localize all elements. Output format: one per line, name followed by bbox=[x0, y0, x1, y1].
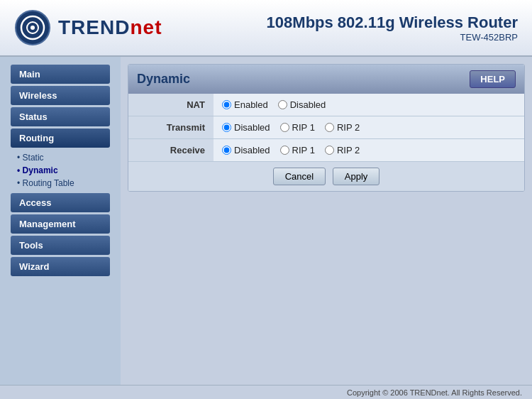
transmit-rip2-label[interactable]: RIP 2 bbox=[325, 122, 360, 133]
transmit-label: Transmit bbox=[128, 116, 214, 139]
buttons-cell: Cancel Apply bbox=[128, 162, 524, 192]
content-header: Dynamic HELP bbox=[128, 65, 524, 94]
transmit-rip1-label[interactable]: RIP 1 bbox=[280, 122, 315, 133]
receive-disabled-radio[interactable] bbox=[222, 146, 231, 155]
sidebar-section-routing: Routing Static Dynamic Routing Table bbox=[0, 129, 121, 191]
product-model: TEW-452BRP bbox=[267, 32, 518, 43]
logo-trend: TREND bbox=[58, 16, 130, 38]
transmit-disabled-label[interactable]: Disabled bbox=[222, 122, 270, 133]
help-button[interactable]: HELP bbox=[470, 70, 516, 88]
receive-rip1-radio[interactable] bbox=[280, 146, 289, 155]
transmit-rip1-radio[interactable] bbox=[280, 123, 289, 132]
transmit-disabled-text: Disabled bbox=[234, 122, 270, 133]
footer: Copyright © 2006 TRENDnet. All Rights Re… bbox=[0, 385, 532, 399]
nat-value-cell: Enabled Disabled bbox=[214, 94, 524, 116]
product-title: 108Mbps 802.11g Wireless Router bbox=[267, 13, 518, 32]
transmit-rip2-text: RIP 2 bbox=[337, 122, 360, 133]
buttons-row: Cancel Apply bbox=[128, 162, 524, 192]
routing-sub-menu: Static Dynamic Routing Table bbox=[0, 150, 121, 191]
receive-rip1-label[interactable]: RIP 1 bbox=[280, 145, 315, 155]
trendnet-logo-icon bbox=[14, 9, 51, 46]
nat-enabled-radio[interactable] bbox=[222, 100, 231, 109]
receive-value-cell: Disabled RIP 1 RIP 2 bbox=[214, 139, 524, 162]
sidebar-item-wireless[interactable]: Wireless bbox=[11, 86, 110, 105]
sidebar-item-status[interactable]: Status bbox=[11, 107, 110, 126]
receive-row: Receive Disabled RIP 1 bbox=[128, 139, 524, 162]
receive-disabled-label[interactable]: Disabled bbox=[222, 145, 270, 155]
transmit-disabled-radio[interactable] bbox=[222, 123, 231, 132]
sidebar-item-dynamic[interactable]: Dynamic bbox=[14, 164, 121, 177]
sidebar: Main Wireless Status Routing Static Dyna… bbox=[0, 57, 121, 385]
transmit-value-cell: Disabled RIP 1 RIP 2 bbox=[214, 116, 524, 139]
nat-radio-group: Enabled Disabled bbox=[222, 99, 516, 110]
receive-radio-group: Disabled RIP 1 RIP 2 bbox=[222, 145, 516, 155]
transmit-rip1-text: RIP 1 bbox=[292, 122, 315, 133]
sidebar-item-management[interactable]: Management bbox=[11, 214, 110, 234]
sidebar-item-main[interactable]: Main bbox=[11, 65, 110, 84]
transmit-row: Transmit Disabled RIP 1 bbox=[128, 116, 524, 139]
content-title: Dynamic bbox=[137, 72, 190, 87]
nat-enabled-text: Enabled bbox=[234, 99, 268, 110]
product-info: 108Mbps 802.11g Wireless Router TEW-452B… bbox=[267, 13, 518, 43]
receive-rip2-radio[interactable] bbox=[325, 146, 334, 155]
transmit-rip2-radio[interactable] bbox=[325, 123, 334, 132]
form-table: NAT Enabled Disabled bbox=[128, 94, 524, 191]
cancel-button[interactable]: Cancel bbox=[273, 168, 326, 185]
copyright-text: Copyright © 2006 TRENDnet. All Rights Re… bbox=[347, 388, 522, 397]
logo-net: net bbox=[130, 16, 162, 38]
logo-area: TRENDnet bbox=[14, 9, 162, 46]
apply-button[interactable]: Apply bbox=[333, 168, 380, 185]
sidebar-item-routing-table[interactable]: Routing Table bbox=[14, 177, 121, 190]
sidebar-item-access[interactable]: Access bbox=[11, 193, 110, 212]
sidebar-item-static[interactable]: Static bbox=[14, 151, 121, 164]
main-content: Dynamic HELP NAT Enabled bbox=[121, 57, 532, 385]
receive-label: Receive bbox=[128, 139, 214, 162]
content-box: Dynamic HELP NAT Enabled bbox=[128, 64, 525, 192]
layout: Main Wireless Status Routing Static Dyna… bbox=[0, 57, 532, 385]
nat-row: NAT Enabled Disabled bbox=[128, 94, 524, 116]
sidebar-item-routing[interactable]: Routing bbox=[11, 129, 110, 148]
nat-label: NAT bbox=[128, 94, 214, 116]
sidebar-item-wizard[interactable]: Wizard bbox=[11, 257, 110, 276]
nat-enabled-label[interactable]: Enabled bbox=[222, 99, 268, 110]
nat-disabled-text: Disabled bbox=[290, 99, 326, 110]
receive-rip1-text: RIP 1 bbox=[292, 145, 315, 155]
svg-point-3 bbox=[31, 26, 35, 30]
receive-rip2-text: RIP 2 bbox=[337, 145, 360, 155]
nat-disabled-label[interactable]: Disabled bbox=[278, 99, 326, 110]
header: TRENDnet 108Mbps 802.11g Wireless Router… bbox=[0, 0, 532, 57]
nat-disabled-radio[interactable] bbox=[278, 100, 287, 109]
transmit-radio-group: Disabled RIP 1 RIP 2 bbox=[222, 122, 516, 133]
sidebar-item-tools[interactable]: Tools bbox=[11, 236, 110, 255]
receive-rip2-label[interactable]: RIP 2 bbox=[325, 145, 360, 155]
logo-text: TRENDnet bbox=[58, 16, 162, 39]
receive-disabled-text: Disabled bbox=[234, 145, 270, 155]
